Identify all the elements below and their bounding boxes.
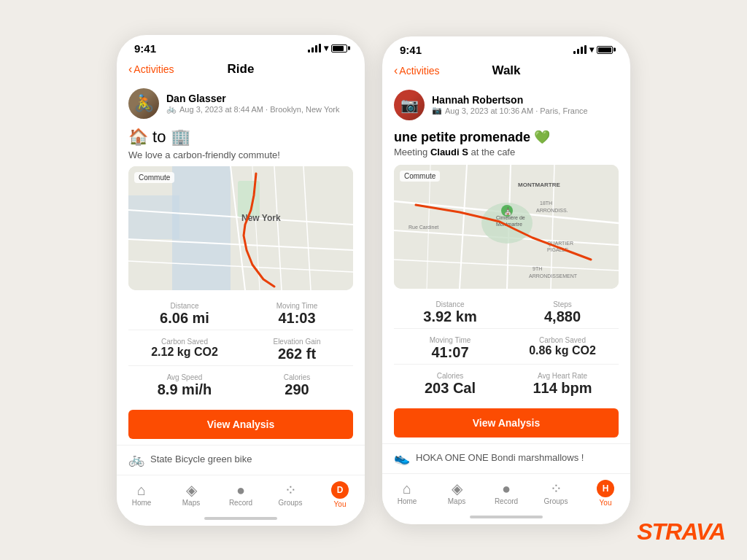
home-indicator-ride xyxy=(117,511,365,526)
you-avatar-ride: D xyxy=(331,481,349,499)
back-label-ride: Activities xyxy=(133,63,174,75)
signal-icon-walk xyxy=(573,45,587,54)
home-icon: ⌂ xyxy=(137,483,146,497)
stat-movingtime-label: Moving Time xyxy=(276,302,318,310)
back-button-walk[interactable]: ‹ Activities xyxy=(394,64,440,77)
nav-home-walk[interactable]: ⌂ Home xyxy=(389,481,425,505)
svg-text:Cimetière de: Cimetière de xyxy=(496,215,525,220)
stat-speed-value: 8.9 mi/h xyxy=(158,381,212,398)
equipment-label-ride: State Bicycle green bike xyxy=(150,454,252,464)
bike-icon: 🚲 xyxy=(166,104,177,114)
subtitle-prefix: Meeting xyxy=(394,147,430,158)
equipment-icon-walk: 👟 xyxy=(394,450,410,466)
view-analysis-button-ride[interactable]: View Analysis xyxy=(128,410,353,439)
stat-elevation-label: Elevation Gain xyxy=(273,338,320,346)
svg-text:9TH: 9TH xyxy=(533,266,542,271)
activity-title-walk: une petite promenade 💚 xyxy=(382,126,630,147)
status-bar-ride: 9:41 ▾ xyxy=(117,35,365,59)
nav-you-ride[interactable]: D You xyxy=(322,481,358,508)
user-name-walk: Hannah Robertson xyxy=(432,94,588,106)
bottom-nav-ride: ⌂ Home ◈ Maps ● Record ⁘ Groups D You xyxy=(117,475,365,511)
map-walk: Cimetière de Montmartre ⛪ MONTMARTRE 18T… xyxy=(394,165,619,289)
chevron-left-icon: ‹ xyxy=(128,63,132,76)
svg-text:ARRONDISS.: ARRONDISS. xyxy=(536,208,568,213)
equipment-ride: 🚲 State Bicycle green bike xyxy=(117,445,365,475)
user-details-walk: Hannah Robertson 📷 Aug 3, 2023 at 10:36 … xyxy=(432,94,588,115)
status-time-walk: 9:41 xyxy=(400,44,422,56)
nav-you-walk[interactable]: H You xyxy=(587,480,624,507)
stat-calories-label-walk: Calories xyxy=(437,372,464,380)
stat-speed-ride: Avg Speed 8.9 mi/h xyxy=(128,370,241,401)
phone-walk: 9:41 ▾ ‹ Activities Walk xyxy=(382,36,630,524)
equipment-label-walk: HOKA ONE ONE Bondi marshmallows ! xyxy=(416,452,584,463)
activity-subtitle-walk: Meeting Claudi S at the cafe xyxy=(382,147,630,162)
chevron-left-icon-walk: ‹ xyxy=(394,64,398,77)
home-bar-ride xyxy=(204,517,277,520)
nav-home-ride[interactable]: ⌂ Home xyxy=(123,483,160,507)
home-icon-walk: ⌂ xyxy=(403,481,411,496)
user-name-ride: Dan Glasser xyxy=(166,93,340,104)
home-bar-walk xyxy=(470,516,543,518)
stat-movingtime-value-walk: 41:07 xyxy=(431,344,468,361)
avatar-walk[interactable]: 📷 xyxy=(394,90,425,120)
header-ride: ‹ Activities Ride xyxy=(117,59,365,82)
map-label-walk: Commute xyxy=(400,171,440,182)
stat-calories-walk: Calories 203 Cal xyxy=(394,369,506,400)
status-bar-walk: 9:41 ▾ xyxy=(382,36,630,61)
stat-distance-value-walk: 3.92 km xyxy=(423,308,476,325)
phone-ride: 9:41 ▾ ‹ Activities Ride xyxy=(117,35,365,526)
nav-record-ride[interactable]: ● Record xyxy=(222,483,259,507)
stat-carbon-value: 2.12 kg CO2 xyxy=(151,346,218,359)
signal-icon xyxy=(308,44,321,52)
bottom-nav-walk: ⌂ Home ◈ Maps ● Record ⁘ Groups H You xyxy=(382,473,630,510)
nav-maps-walk[interactable]: ◈ Maps xyxy=(438,481,475,505)
wifi-icon-walk: ▾ xyxy=(589,44,594,55)
strava-logo: STRAVA xyxy=(637,518,725,545)
nav-maps-label: Maps xyxy=(182,499,200,507)
subtitle-suffix: at the cafe xyxy=(468,147,515,158)
stat-steps-label: Steps xyxy=(553,300,572,308)
equipment-walk: 👟 HOKA ONE ONE Bondi marshmallows ! xyxy=(382,443,630,473)
activity-caption-ride: We love a carbon-friendly commute! xyxy=(117,148,365,163)
stat-carbon-label: Carbon Saved xyxy=(161,338,208,346)
svg-rect-2 xyxy=(128,195,179,239)
status-icons-walk: ▾ xyxy=(573,44,613,55)
stat-elevation-value: 262 ft xyxy=(278,346,316,362)
you-avatar-walk: H xyxy=(597,480,614,497)
svg-text:ARRONDISSEMENT: ARRONDISSEMENT xyxy=(529,273,578,279)
battery-icon-walk xyxy=(597,46,613,54)
equipment-icon-ride: 🚲 xyxy=(128,451,144,467)
stat-calories-value: 290 xyxy=(285,381,309,398)
stat-steps-value: 4,880 xyxy=(544,308,581,325)
nav-home-label: Home xyxy=(132,499,152,507)
nav-you-label-walk: You xyxy=(600,499,612,507)
user-meta-walk: 📷 Aug 3, 2023 at 10:36 AM · Paris, Franc… xyxy=(432,106,588,115)
nav-groups-label: Groups xyxy=(279,499,303,507)
nav-home-label-walk: Home xyxy=(398,497,417,505)
svg-rect-1 xyxy=(172,166,231,290)
stat-carbon-walk: Carbon Saved 0.86 kg CO2 xyxy=(506,333,619,364)
svg-text:18TH: 18TH xyxy=(540,201,552,206)
stat-speed-label: Avg Speed xyxy=(167,373,203,381)
maps-icon-walk: ◈ xyxy=(452,481,462,496)
nav-groups-ride[interactable]: ⁘ Groups xyxy=(272,483,309,507)
stat-distance-label: Distance xyxy=(171,302,199,310)
view-analysis-button-walk[interactable]: View Analysis xyxy=(394,408,619,438)
nav-you-label: You xyxy=(334,500,347,508)
nav-maps-ride[interactable]: ◈ Maps xyxy=(173,483,209,507)
page-title-ride: Ride xyxy=(228,62,255,77)
nav-maps-label-walk: Maps xyxy=(448,497,465,505)
avatar-ride[interactable]: 🚴 xyxy=(128,88,159,119)
stat-carbon-value-walk: 0.86 kg CO2 xyxy=(529,344,596,357)
user-details-ride: Dan Glasser 🚲 Aug 3, 2023 at 8:44 AM · B… xyxy=(166,93,340,114)
back-label-walk: Activities xyxy=(399,65,439,77)
back-button-ride[interactable]: ‹ Activities xyxy=(128,63,174,76)
nav-record-walk[interactable]: ● Record xyxy=(488,481,525,505)
stat-movingtime-ride: Moving Time 41:03 xyxy=(241,299,353,330)
stat-movingtime-value: 41:03 xyxy=(278,310,315,327)
record-icon-walk: ● xyxy=(502,481,511,496)
nav-groups-label-walk: Groups xyxy=(544,497,568,505)
nav-groups-walk[interactable]: ⁘ Groups xyxy=(538,481,574,505)
map-label-ride: Commute xyxy=(134,172,174,183)
page-title-walk: Walk xyxy=(492,63,520,78)
